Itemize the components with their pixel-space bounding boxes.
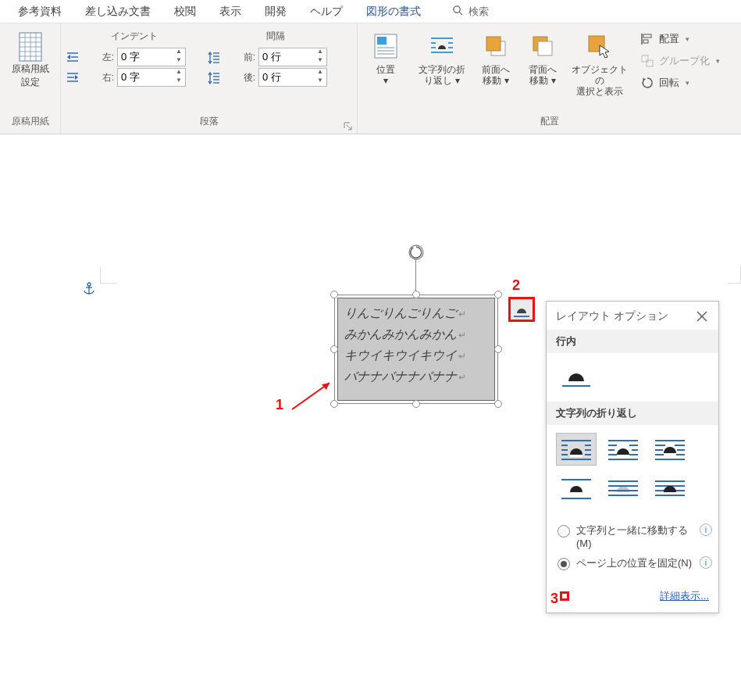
indent-left-label: 左: [83,51,114,64]
layout-options-title: レイアウト オプション [556,309,668,323]
spinner-down[interactable]: ▼ [173,77,185,86]
svg-rect-85 [664,453,676,455]
spacing-after-icon [207,70,221,84]
rotate-handle[interactable] [408,244,425,261]
send-backward-icon [522,28,564,64]
wrap-option-infront[interactable] [650,472,690,505]
resize-handle-l[interactable] [330,345,338,353]
selection-pane-label: オブジェクトの 選択と表示 [572,64,628,97]
group-icon [640,54,654,68]
annotation-1-label: 1 [276,397,283,413]
indent-heading: インデント [66,28,202,46]
annotation-3-label: 3 [550,591,558,607]
layout-options-toggle[interactable] [508,297,535,322]
chevron-down-icon: ▾ [716,57,720,65]
position-label: 位置 [376,64,395,75]
svg-rect-88 [570,492,582,495]
indent-right-input[interactable] [118,70,173,85]
spacing-after-label: 後: [224,71,255,84]
indent-left-icon [66,50,80,64]
resize-handle-b[interactable] [412,400,420,408]
spacing-before-input[interactable] [259,50,314,65]
spinner-down[interactable]: ▼ [314,77,326,86]
indent-right-icon [66,70,80,84]
svg-rect-68 [570,455,582,457]
radio-icon [558,525,570,538]
indent-right-spinner[interactable]: ▲▼ [117,68,186,87]
wrap-option-behind[interactable] [603,472,643,505]
tab-reference[interactable]: 参考資料 [6,0,73,23]
resize-handle-t[interactable] [412,291,420,298]
svg-point-0 [454,5,460,12]
document-area[interactable]: りんごりんごりんご みかんみかんみかん キウイキウイキウイ バナナバナナバナナ … [0,134,741,700]
selection-pane-icon [568,28,631,64]
textbox-shape[interactable]: りんごりんごりんご みかんみかんみかん キウイキウイキウイ バナナバナナバナナ [334,295,498,404]
radio-icon [558,558,570,570]
close-icon[interactable] [695,309,709,323]
position-button[interactable]: 位置▾ [362,27,409,86]
resize-handle-r[interactable] [494,345,502,353]
spinner-down[interactable]: ▼ [314,57,326,66]
chevron-down-icon: ▾ [504,75,509,86]
spacing-before-spinner[interactable]: ▲▼ [258,48,327,66]
rotate-icon [640,76,654,90]
resize-handle-tr[interactable] [494,291,502,298]
tab-help[interactable]: ヘルプ [298,0,354,23]
wrap-option-inline[interactable] [556,361,597,394]
search-box[interactable]: 検索 [433,5,489,19]
tab-developer[interactable]: 開発 [253,0,298,23]
svg-line-1 [459,12,462,15]
tab-shape-format[interactable]: 図形の書式 [354,0,433,23]
anchor-icon[interactable] [82,282,96,296]
tab-review[interactable]: 校閲 [162,0,208,23]
annotation-2-label: 2 [512,277,520,294]
resize-handle-br[interactable] [494,400,502,408]
wrap-option-tight[interactable] [603,433,643,466]
align-button[interactable]: 配置▾ [636,28,725,50]
svg-rect-45 [643,34,651,38]
svg-rect-98 [664,492,676,495]
search-label: 検索 [468,5,489,19]
resize-handle-tl[interactable] [330,291,338,298]
group-objects-button: グループ化▾ [636,50,725,72]
group-label-paragraph: 段落 [200,116,219,127]
spacing-after-spinner[interactable]: ▲▼ [258,68,327,87]
svg-rect-53 [517,313,526,316]
info-icon[interactable]: i [700,556,712,569]
group-objects-label: グループ化 [659,54,710,68]
bring-forward-button[interactable]: 前面へ 移動 ▾ [475,27,517,86]
genkou-youshi-button[interactable]: 原稿用紙 設定 [9,28,52,89]
radio-move-with-text[interactable]: 文字列と一緒に移動する(M) i [558,520,712,553]
inline-section-title: 行内 [547,330,718,353]
genkou-youshi-icon [16,31,45,59]
wrap-option-topbottom[interactable] [556,472,597,505]
indent-left-input[interactable] [118,50,173,65]
wrap-option-through[interactable] [650,433,690,466]
spacing-before-icon [207,50,221,64]
annotation-1-arrow [289,378,336,412]
wrap-text-button[interactable]: 文字列の折 り返し ▾ [414,27,470,86]
radio-fix-on-page[interactable]: ページ上の位置を固定(N) i [558,553,712,573]
group-label-arrange: 配置 [358,115,741,134]
spacing-after-input[interactable] [259,70,314,85]
indent-left-spinner[interactable]: ▲▼ [117,48,186,66]
selection-pane-button[interactable]: オブジェクトの 選択と表示 [568,27,631,97]
info-icon[interactable]: i [700,523,712,536]
indent-right-label: 右: [83,71,114,84]
chevron-down-icon: ▾ [686,35,689,43]
paragraph-dialog-launcher[interactable] [343,121,354,132]
send-backward-button[interactable]: 背面へ 移動 ▾ [522,27,564,86]
chevron-down-icon: ▾ [455,75,460,86]
page-edge-mark-right [728,266,741,284]
ribbon-body: 原稿用紙 設定 原稿用紙 インデント 左: ▲▼ [0,23,741,134]
layout-more-link[interactable]: 詳細表示... [660,590,709,602]
spinner-down[interactable]: ▼ [173,57,185,66]
tab-mailmerge[interactable]: 差し込み文書 [73,0,162,23]
rotate-label: 回転 [659,76,679,90]
page-corner-mark [100,266,117,284]
rotate-button[interactable]: 回転▾ [636,72,725,94]
tab-view[interactable]: 表示 [208,0,253,23]
wrap-option-square[interactable] [556,433,597,466]
ribbon-tabs: 参考資料 差し込み文書 校閲 表示 開発 ヘルプ 図形の書式 検索 [0,0,741,23]
group-label-genkou: 原稿用紙 [0,115,60,134]
